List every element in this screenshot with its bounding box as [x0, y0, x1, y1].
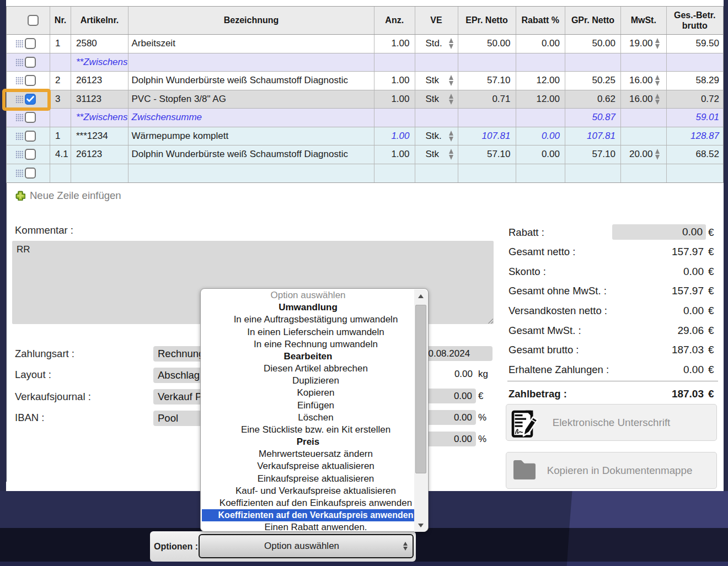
table-row[interactable]: 1***1234Wärmepumpe komplett1.00Stk.107.8… — [7, 127, 723, 146]
dropdown-option[interactable]: Koeffizienten auf den Einkaufspreis anwe… — [202, 497, 414, 509]
cell-brutto: 59.01 — [667, 109, 724, 127]
form-label: Verkaufsjournal : — [15, 391, 91, 402]
electronic-signature-button[interactable]: Elektronische Unterschrift — [506, 404, 717, 441]
row-checkbox[interactable] — [25, 75, 36, 86]
cell-epr: 57.10 — [458, 145, 516, 164]
cell-nr: 2 — [50, 72, 71, 90]
column-header: Ges.-Betr.brutto — [667, 7, 724, 34]
dropdown-option[interactable]: Mehrwertsteuersatz ändern — [202, 448, 414, 460]
stepper-icon[interactable] — [449, 75, 454, 86]
table-row[interactable]: **Zwischensumme — [7, 53, 723, 72]
column-header: Rabatt % — [516, 7, 566, 34]
popup-scrollbar[interactable] — [414, 289, 427, 532]
options-select[interactable]: Option auswählen — [199, 534, 414, 558]
table-row[interactable]: 226123Dolphin Wunderbürste weiß Schaumst… — [7, 72, 723, 90]
scroll-up-button[interactable] — [414, 289, 427, 303]
stepper-icon[interactable] — [655, 94, 660, 105]
table-header-row: Nr.Artikelnr.BezeichnungAnz.VEEPr. Netto… — [7, 7, 723, 35]
cell-bez: Wärmepumpe komplett — [129, 127, 374, 145]
unit-label: % — [478, 434, 486, 445]
cell-nr — [50, 53, 71, 72]
total-value: 0.00 — [683, 305, 704, 316]
dropdown-option: Umwandlung — [202, 301, 414, 314]
stepper-icon[interactable] — [655, 38, 660, 49]
scroll-down-button[interactable] — [414, 519, 427, 532]
cell-ve — [415, 109, 458, 127]
cell-anz — [374, 164, 415, 183]
cell-ve: Stk — [415, 72, 458, 90]
drag-handle-icon[interactable] — [15, 58, 23, 66]
row-checkbox[interactable] — [25, 168, 36, 179]
stepper-icon[interactable] — [655, 75, 660, 86]
cell-bez — [129, 53, 374, 72]
copy-to-folder-label: Kopieren in Dokumentenmappe — [515, 465, 725, 477]
cell-anz — [374, 53, 415, 72]
drag-handle-icon[interactable] — [15, 40, 23, 47]
table-row[interactable]: 4.126123Dolphin Wunderbürste weiß Schaum… — [7, 145, 723, 164]
dropdown-option[interactable]: Einen Rabatt anwenden. — [202, 521, 414, 533]
scroll-up-icon — [418, 294, 424, 298]
row-checkbox[interactable] — [25, 38, 36, 49]
drag-handle-icon[interactable] — [15, 132, 23, 140]
discount-input[interactable]: 0.00 — [612, 224, 706, 240]
currency-label: € — [708, 266, 714, 277]
scroll-down-icon — [418, 524, 424, 527]
total-label: Versandkosten netto : — [508, 305, 607, 316]
dropdown-option: Preis — [202, 436, 414, 448]
drag-handle-icon[interactable] — [15, 77, 23, 84]
table-row[interactable] — [7, 164, 723, 183]
cell-anz: 1.00 — [374, 35, 415, 53]
insert-row-label: Neue Zeile einfügen — [30, 190, 121, 202]
plus-icon — [15, 191, 25, 201]
cell-nr: 1 — [50, 127, 71, 145]
drag-handle-icon[interactable] — [15, 169, 23, 177]
cell-gpr: 107.81 — [565, 127, 621, 145]
cell-art — [71, 164, 129, 183]
dropdown-option[interactable]: Verkaufspreise aktualisieren — [202, 460, 414, 472]
dropdown-option[interactable]: Duplizieren — [202, 375, 414, 387]
scrollbar-thumb[interactable] — [415, 305, 426, 473]
drag-handle-icon[interactable] — [15, 114, 23, 121]
dropdown-option[interactable]: Diesen Artikel abbrechen — [202, 363, 414, 375]
dropdown-option[interactable]: In einen Lieferschein umwandeln — [202, 326, 414, 338]
stepper-icon[interactable] — [449, 38, 454, 49]
dropdown-option[interactable]: Einfügen — [202, 400, 414, 412]
dropdown-option[interactable]: In eine Rechnung umwandeln — [202, 338, 414, 351]
select-all-checkbox[interactable] — [28, 15, 39, 26]
column-header: Anz. — [374, 7, 415, 34]
cell-rab — [516, 164, 566, 183]
cell-brutto: 58.29 — [667, 72, 724, 90]
stepper-icon[interactable] — [449, 94, 454, 105]
stepper-icon[interactable] — [655, 149, 660, 160]
cell-nr — [50, 164, 71, 183]
row-checkbox[interactable] — [25, 149, 36, 160]
dropdown-option[interactable]: Kopieren — [202, 387, 414, 399]
dropdown-option[interactable]: In eine Auftragsbestätigung umwandeln — [202, 314, 414, 326]
cell-mwst — [621, 109, 667, 127]
cell-gpr: 50.00 — [565, 35, 621, 53]
table-row[interactable]: 12580Arbeitszeit1.00Std.50.000.0050.0019… — [7, 35, 723, 53]
cell-bez: PVC - Stopfen 3/8" AG — [129, 90, 374, 109]
row-checkbox[interactable] — [25, 131, 36, 142]
cell-nr: 4.1 — [50, 145, 71, 164]
cell-ve: Std. — [415, 35, 458, 53]
table-row[interactable]: 331123PVC - Stopfen 3/8" AG1.00Stk0.7112… — [7, 90, 723, 109]
dropdown-option[interactable]: Löschen — [202, 412, 414, 424]
cell-bez: Dolphin Wunderbürste weiß Schaumstoff Di… — [129, 72, 374, 90]
cell-anz: 1.00 — [374, 127, 415, 145]
stepper-icon[interactable] — [449, 131, 454, 142]
table-row[interactable]: **ZwischensummeZwischensumme50.8759.01 — [7, 109, 723, 127]
insert-row-link[interactable]: Neue Zeile einfügen — [15, 190, 121, 201]
dropdown-option[interactable]: Eine Stückliste bzw. ein Kit erstellen — [202, 424, 414, 436]
stepper-icon[interactable] — [449, 149, 454, 160]
drag-handle-icon[interactable] — [15, 150, 23, 158]
total-label: Erhaltene Zahlungen : — [508, 364, 609, 375]
copy-to-folder-button[interactable]: Kopieren in Dokumentenmappe — [506, 452, 717, 489]
row-checkbox[interactable] — [25, 112, 36, 123]
column-header: VE — [415, 7, 458, 34]
dropdown-option[interactable]: Einkaufspreise aktualisieren — [202, 473, 414, 485]
cell-art: ***1234 — [71, 127, 129, 145]
row-checkbox[interactable] — [25, 57, 36, 68]
dropdown-option[interactable]: Kauf- und Verkaufspreise aktualisieren — [202, 485, 414, 497]
dropdown-option-selected[interactable]: Koeffizienten auf den Verkaufspreis anwe… — [202, 509, 414, 521]
